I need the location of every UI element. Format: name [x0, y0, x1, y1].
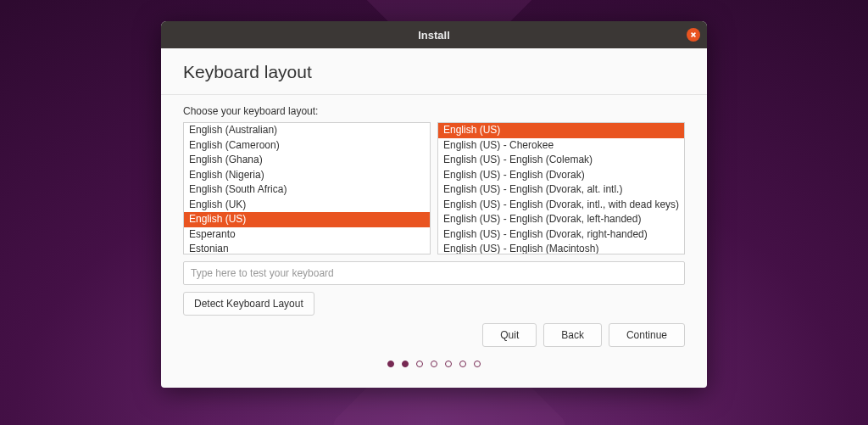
variant-list-item[interactable]: English (US) - Cherokee	[438, 138, 684, 154]
close-button[interactable]	[687, 28, 700, 42]
progress-dot	[387, 361, 394, 367]
variant-list-item[interactable]: English (US) - English (Colemak)	[438, 153, 684, 168]
layout-lists: English (Australian)English (Cameroon)En…	[183, 122, 685, 254]
test-keyboard-input[interactable]	[183, 261, 685, 285]
variant-list-item[interactable]: English (US)	[438, 123, 684, 138]
layout-list-item[interactable]: English (South Africa)	[184, 182, 430, 198]
layout-list-item[interactable]: English (Cameroon)	[184, 138, 430, 154]
progress-dot	[431, 361, 437, 367]
progress-dot	[445, 361, 452, 367]
progress-dot	[474, 361, 481, 367]
window-title: Install	[418, 29, 450, 42]
layout-list-item[interactable]: English (Ghana)	[184, 153, 430, 168]
layout-list-item[interactable]: English (Nigeria)	[184, 168, 430, 183]
progress-dots	[183, 352, 685, 379]
quit-button[interactable]: Quit	[482, 323, 537, 347]
variant-list-item[interactable]: English (US) - English (Dvorak, alt. int…	[438, 182, 684, 198]
titlebar: Install	[161, 21, 707, 48]
prompt-text: Choose your keyboard layout:	[183, 105, 685, 117]
layout-list-item[interactable]: English (Australian)	[184, 123, 430, 138]
continue-button[interactable]: Continue	[609, 323, 685, 347]
variant-list-item[interactable]: English (US) - English (Dvorak, intl., w…	[438, 198, 684, 213]
back-button[interactable]: Back	[543, 323, 602, 347]
page-title: Keyboard layout	[183, 62, 685, 82]
layout-list-item[interactable]: Estonian	[184, 242, 430, 254]
detect-keyboard-layout-button[interactable]: Detect Keyboard Layout	[183, 292, 314, 316]
keyboard-layout-list[interactable]: English (Australian)English (Cameroon)En…	[183, 122, 431, 254]
footer-buttons: Quit Back Continue	[183, 323, 685, 352]
keyboard-variant-list[interactable]: English (US)English (US) - CherokeeEngli…	[437, 122, 685, 254]
variant-list-item[interactable]: English (US) - English (Dvorak)	[438, 168, 684, 183]
variant-list-item[interactable]: English (US) - English (Dvorak, right-ha…	[438, 227, 684, 243]
progress-dot	[402, 361, 409, 367]
layout-list-item[interactable]: English (UK)	[184, 198, 430, 213]
variant-list-item[interactable]: English (US) - English (Macintosh)	[438, 242, 684, 254]
variant-list-item[interactable]: English (US) - English (Dvorak, left-han…	[438, 212, 684, 227]
progress-dot	[416, 361, 423, 367]
divider	[161, 94, 707, 95]
layout-list-item[interactable]: English (US)	[184, 212, 430, 227]
progress-dot	[459, 361, 466, 367]
layout-list-item[interactable]: Esperanto	[184, 227, 430, 243]
close-icon	[690, 31, 697, 38]
install-window: Install Keyboard layout Choose your keyb…	[161, 21, 707, 388]
content-area: Keyboard layout Choose your keyboard lay…	[161, 48, 707, 388]
